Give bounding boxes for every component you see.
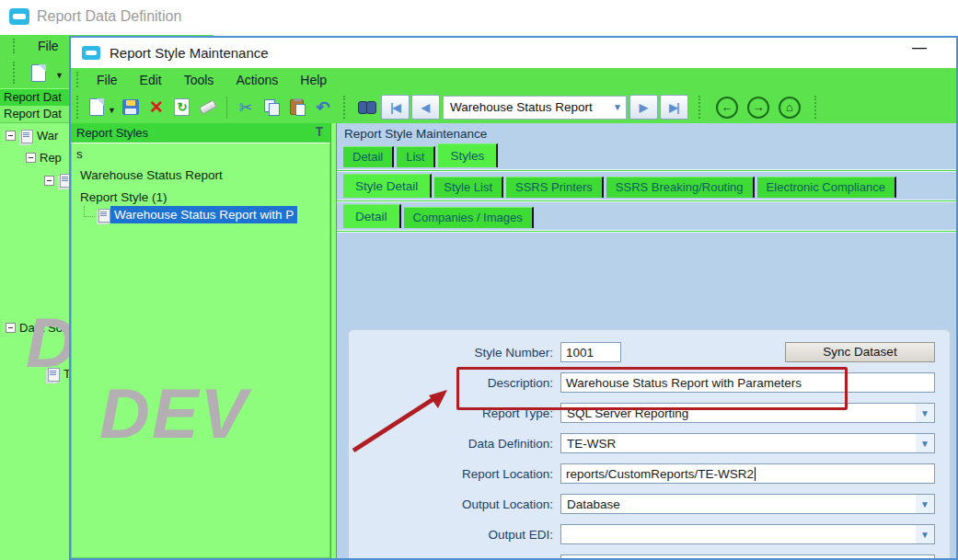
style-detail-group-box: Style Number: Sync Dataset Description: … <box>348 329 951 558</box>
tree-node[interactable] <box>44 174 72 187</box>
nav-last-button[interactable]: ▶| <box>660 95 688 120</box>
tree-node-label: Rep <box>40 151 62 165</box>
tree-node[interactable]: Rep <box>26 151 62 165</box>
toolbar-grip <box>343 96 347 119</box>
tab-row-level1: Detail List Styles <box>337 143 956 167</box>
description-label: Description: <box>349 376 560 390</box>
sync-dataset-button[interactable]: Sync Dataset <box>785 342 935 362</box>
back-icon[interactable]: ← <box>716 97 738 119</box>
window-title: Report Style Maintenance <box>110 45 269 61</box>
record-selector-combo[interactable]: Warehouse Status Report ▼ <box>443 96 627 120</box>
window-titlebar[interactable]: Report Style Maintenance — <box>71 38 956 68</box>
tab-ssrs-breaking-routing[interactable]: SSRS Breaking/Routing <box>606 177 755 198</box>
report-type-value: SQL Server Reporting <box>561 406 916 420</box>
selected-node-label: Warehouse Status Report with P <box>110 206 297 223</box>
report-options-input[interactable] <box>560 554 935 558</box>
report-options-label: Report Options: <box>349 558 560 559</box>
form-row-report-type: Report Type: SQL Server Reporting ▼ <box>349 403 935 423</box>
output-location-dropdown[interactable]: Database ▼ <box>560 494 935 514</box>
tree-node[interactable]: Report Style (1) <box>80 190 167 204</box>
forward-icon[interactable]: → <box>747 97 769 119</box>
report-location-input[interactable]: reports/CustomReports/TE-WSR2 <box>560 463 935 484</box>
report-type-label: Report Type: <box>349 406 560 420</box>
toolbar: ▼ ✕ ↻ ✂ ↶ |◀ ◀ Warehouse Status Report ▼… <box>71 91 956 123</box>
chevron-down-icon[interactable]: ▼ <box>55 71 63 80</box>
chevron-down-icon[interactable]: ▼ <box>916 404 934 422</box>
report-type-dropdown[interactable]: SQL Server Reporting ▼ <box>560 403 935 423</box>
menu-file[interactable]: File <box>87 71 127 89</box>
tab-ssrs-printers[interactable]: SSRS Printers <box>506 177 604 198</box>
window-logo-icon <box>82 46 100 60</box>
tab-electronic-compliance[interactable]: Electronic Compliance <box>757 177 896 198</box>
new-document-icon[interactable] <box>86 97 108 119</box>
chevron-down-icon[interactable]: ▼ <box>108 106 116 115</box>
collapse-icon[interactable] <box>6 323 16 333</box>
undo-icon[interactable]: ↶ <box>312 97 334 119</box>
text-cursor <box>755 467 756 481</box>
menu-tools[interactable]: Tools <box>175 71 224 89</box>
style-number-input[interactable] <box>560 342 621 362</box>
dev-watermark: DEV <box>99 373 248 453</box>
desktop-titlebar: Report Data Definition <box>0 0 958 35</box>
paste-icon[interactable] <box>286 97 308 119</box>
tree-node-selected[interactable]: Warehouse Status Report with P <box>84 206 297 223</box>
nav-first-button[interactable]: |◀ <box>381 95 410 120</box>
tab-style-list[interactable]: Style List <box>434 177 503 198</box>
tab-companies-images[interactable]: Companies / Images <box>404 207 534 228</box>
form-row-output-location: Output Location: Database ▼ <box>349 494 935 514</box>
nav-next-button[interactable]: ▶ <box>629 95 658 120</box>
collapse-icon[interactable] <box>26 153 36 163</box>
find-icon[interactable] <box>356 97 378 119</box>
tab-separator <box>337 169 956 172</box>
toolbar-grip <box>76 96 80 119</box>
tab-separator <box>337 200 956 202</box>
menu-edit[interactable]: Edit <box>131 71 171 89</box>
tree-node[interactable]: Warehouse Status Report <box>80 168 223 182</box>
form-row-report-options: Report Options: <box>349 554 935 558</box>
chevron-down-icon[interactable]: ▼ <box>916 495 934 513</box>
desktop-title: Report Data Definition <box>37 8 181 25</box>
style-detail-form: Style Number: Sync Dataset Description: … <box>349 342 935 558</box>
tab-detail-inner[interactable]: Detail <box>343 204 401 228</box>
tab-list[interactable]: List <box>397 146 435 167</box>
refresh-icon[interactable]: ↻ <box>171 97 193 119</box>
toolbar-separator <box>226 97 227 119</box>
chevron-down-icon[interactable]: ▼ <box>916 525 934 543</box>
output-edi-dropdown[interactable]: ▼ <box>560 524 935 544</box>
data-definition-dropdown[interactable]: TE-WSR ▼ <box>560 433 935 453</box>
report-location-value: reports/CustomReports/TE-WSR2 <box>566 467 754 481</box>
nav-previous-button[interactable]: ◀ <box>411 95 440 120</box>
minimize-button[interactable]: — <box>912 40 927 56</box>
cut-icon[interactable]: ✂ <box>235 97 257 119</box>
tab-style-detail[interactable]: Style Detail <box>343 174 432 198</box>
save-icon[interactable] <box>120 97 142 119</box>
report-styles-panel: Report Styles s Warehouse Status Report … <box>71 123 331 558</box>
tree-node-label: War <box>37 129 58 143</box>
home-icon[interactable]: ⌂ <box>779 97 801 119</box>
pin-icon[interactable] <box>314 127 325 140</box>
bg-menu-file[interactable]: File <box>35 38 62 54</box>
style-number-label: Style Number: <box>349 346 560 360</box>
new-document-icon[interactable] <box>28 62 50 84</box>
copy-icon[interactable] <box>260 97 283 119</box>
collapse-icon[interactable] <box>6 131 16 141</box>
toolbar-grip <box>76 72 80 88</box>
tab-styles[interactable]: Styles <box>438 143 498 167</box>
description-input[interactable] <box>560 372 935 393</box>
tree-node[interactable]: War <box>6 129 58 143</box>
menu-actions[interactable]: Actions <box>226 71 287 89</box>
tree-connector <box>84 206 95 217</box>
chevron-down-icon[interactable]: ▼ <box>609 102 626 112</box>
tree-node[interactable]: s <box>76 147 83 161</box>
report-doc-icon <box>97 209 110 222</box>
toolbar-grip <box>814 96 818 119</box>
menu-help[interactable]: Help <box>291 71 336 89</box>
report-location-label: Report Location: <box>349 467 560 481</box>
collapse-icon[interactable] <box>44 176 54 186</box>
delete-icon[interactable]: ✕ <box>145 97 167 119</box>
tab-detail[interactable]: Detail <box>343 146 394 167</box>
report-styles-tree: s Warehouse Status Report Report Style (… <box>71 143 330 558</box>
menubar: File Edit Tools Actions Help <box>71 68 956 91</box>
chevron-down-icon[interactable]: ▼ <box>916 434 934 452</box>
eraser-icon[interactable] <box>197 97 219 119</box>
